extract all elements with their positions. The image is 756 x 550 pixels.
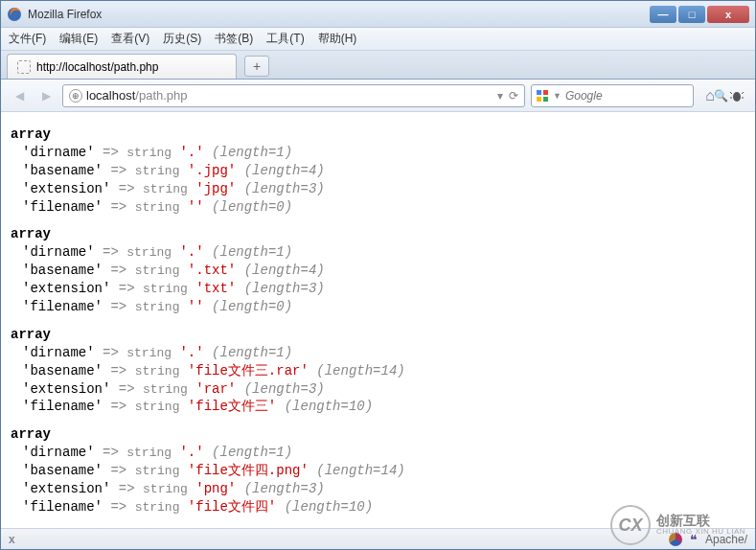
arrow: => bbox=[119, 481, 135, 496]
close-button[interactable]: x bbox=[707, 6, 749, 23]
type-label: string bbox=[135, 300, 180, 314]
array-keyword: array bbox=[11, 426, 51, 442]
page-content: array'dirname' => string '.' (length=1)'… bbox=[1, 112, 755, 515]
length-label: (length=3) bbox=[244, 181, 325, 196]
array-key: 'extension' bbox=[22, 181, 110, 196]
menu-edit[interactable]: 编辑(E) bbox=[59, 31, 98, 47]
back-button[interactable]: ◀ bbox=[9, 85, 30, 106]
length-label: (length=14) bbox=[316, 363, 404, 378]
tabbar: http://localhost/path.php + bbox=[1, 51, 755, 80]
string-value: '.' bbox=[179, 345, 203, 360]
string-value: 'file文件三' bbox=[188, 399, 276, 414]
search-input[interactable] bbox=[565, 89, 710, 103]
array-row: 'filename' => string '' (length=0) bbox=[11, 298, 745, 316]
type-label: string bbox=[143, 282, 188, 296]
length-label: (length=1) bbox=[212, 345, 292, 360]
string-value: '' bbox=[188, 299, 204, 314]
array-row: 'extension' => string 'jpg' (length=3) bbox=[11, 180, 745, 198]
minimize-button[interactable]: — bbox=[650, 6, 676, 23]
tab-active[interactable]: http://localhost/path.php bbox=[7, 54, 237, 79]
dropdown-icon[interactable]: ▾ bbox=[497, 89, 503, 103]
menu-help[interactable]: 帮助(H) bbox=[318, 31, 357, 47]
svg-rect-4 bbox=[543, 97, 548, 102]
arrow: => bbox=[119, 381, 135, 397]
array-keyword: array bbox=[11, 327, 51, 342]
length-label: (length=0) bbox=[212, 199, 292, 215]
array-row: 'dirname' => string '.' (length=1) bbox=[11, 144, 745, 162]
firefox-icon bbox=[7, 7, 22, 22]
array-row: 'extension' => string 'png' (length=3) bbox=[11, 480, 745, 498]
status-x[interactable]: x bbox=[9, 533, 15, 546]
type-label: string bbox=[126, 346, 172, 360]
array-row: 'basename' => string '.jpg' (length=4) bbox=[11, 162, 745, 180]
search-dropdown-icon[interactable]: ▼ bbox=[553, 91, 561, 101]
window-titlebar: Mozilla Firefox — □ x bbox=[1, 1, 755, 28]
length-label: (length=1) bbox=[212, 244, 292, 260]
array-key: 'basename' bbox=[22, 363, 103, 378]
menu-view[interactable]: 查看(V) bbox=[111, 31, 149, 47]
array-key: 'basename' bbox=[22, 263, 103, 278]
length-label: (length=4) bbox=[244, 163, 325, 178]
array-block: array'dirname' => string '.' (length=1)'… bbox=[11, 326, 745, 416]
length-label: (length=4) bbox=[244, 263, 325, 278]
arrow: => bbox=[110, 463, 126, 478]
menu-tools[interactable]: 工具(T) bbox=[266, 31, 304, 47]
arrow: => bbox=[110, 199, 126, 215]
length-label: (length=3) bbox=[244, 481, 325, 496]
array-key: 'dirname' bbox=[22, 244, 95, 260]
string-value: 'txt' bbox=[195, 281, 236, 296]
reload-button[interactable]: ⟳ bbox=[509, 89, 518, 103]
array-key: 'filename' bbox=[22, 399, 103, 414]
navbar: ◀ ▶ ⊕ localhost/path.php ▾ ⟳ ▼ 🔍 ⌂ bbox=[1, 80, 755, 112]
array-row: 'basename' => string 'file文件四.png' (leng… bbox=[11, 462, 745, 480]
arrow: => bbox=[110, 499, 126, 515]
type-label: string bbox=[135, 164, 180, 178]
length-label: (length=10) bbox=[285, 399, 373, 414]
svg-line-7 bbox=[742, 92, 744, 94]
search-bar[interactable]: ▼ 🔍 bbox=[531, 84, 694, 107]
url-path: /path.php bbox=[135, 88, 187, 103]
type-label: string bbox=[135, 364, 180, 378]
length-label: (length=0) bbox=[212, 299, 292, 314]
arrow: => bbox=[110, 299, 126, 314]
google-icon bbox=[536, 89, 549, 103]
forward-button[interactable]: ▶ bbox=[35, 85, 57, 106]
home-button[interactable]: ⌂ bbox=[699, 85, 721, 106]
addons-button[interactable] bbox=[726, 85, 747, 106]
tab-label: http://localhost/path.php bbox=[36, 60, 158, 74]
type-label: string bbox=[143, 182, 188, 196]
bug-icon bbox=[729, 88, 745, 103]
maximize-button[interactable]: □ bbox=[678, 6, 705, 23]
new-tab-button[interactable]: + bbox=[244, 56, 269, 77]
url-bar[interactable]: ⊕ localhost/path.php ▾ ⟳ bbox=[62, 84, 525, 107]
array-key: 'basename' bbox=[22, 463, 103, 478]
menu-bookmarks[interactable]: 书签(B) bbox=[215, 31, 253, 47]
array-keyword: array bbox=[11, 226, 51, 241]
menu-file[interactable]: 文件(F) bbox=[9, 31, 46, 47]
string-value: 'rar' bbox=[195, 381, 236, 397]
array-key: 'dirname' bbox=[22, 445, 95, 460]
svg-line-6 bbox=[730, 92, 732, 94]
string-value: '.' bbox=[179, 145, 203, 160]
array-row: 'basename' => string 'file文件三.rar' (leng… bbox=[11, 362, 745, 380]
array-key: 'dirname' bbox=[22, 345, 95, 360]
type-label: string bbox=[135, 400, 180, 414]
string-value: '.' bbox=[179, 244, 203, 260]
svg-rect-2 bbox=[543, 90, 548, 95]
type-label: string bbox=[126, 446, 172, 460]
menu-history[interactable]: 历史(S) bbox=[163, 31, 201, 47]
arrow: => bbox=[103, 145, 119, 160]
page-icon bbox=[17, 60, 31, 74]
array-row: 'dirname' => string '.' (length=1) bbox=[11, 444, 745, 462]
array-key: 'extension' bbox=[22, 481, 110, 496]
array-block: array'dirname' => string '.' (length=1)'… bbox=[11, 425, 745, 515]
string-value: '.jpg' bbox=[188, 163, 236, 178]
length-label: (length=3) bbox=[244, 281, 325, 296]
watermark-en: CHUANG XIN HU LIAN bbox=[656, 528, 745, 537]
type-label: string bbox=[135, 200, 180, 215]
array-block: array'dirname' => string '.' (length=1)'… bbox=[11, 126, 745, 216]
length-label: (length=3) bbox=[244, 381, 325, 397]
type-label: string bbox=[143, 382, 188, 397]
string-value: '' bbox=[188, 199, 204, 215]
watermark: CX 创新互联 CHUANG XIN HU LIAN bbox=[610, 505, 745, 545]
